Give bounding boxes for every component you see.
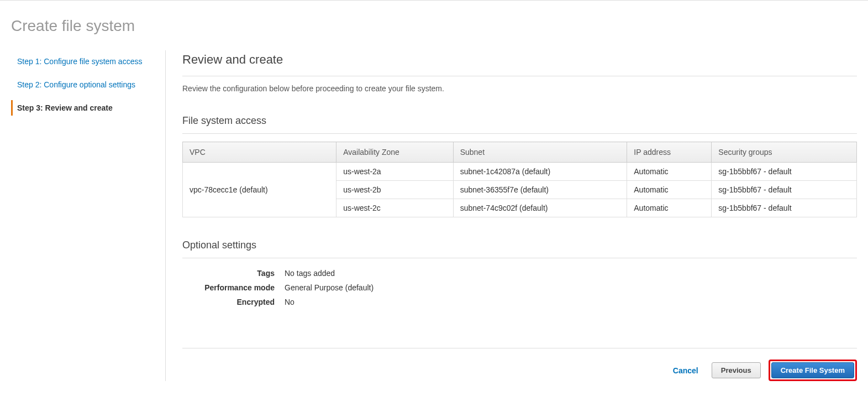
cancel-button[interactable]: Cancel	[667, 363, 704, 378]
performance-label: Performance mode	[182, 283, 285, 292]
cell-sg: sg-1b5bbf67 - default	[712, 163, 857, 181]
col-subnet: Subnet	[453, 142, 627, 163]
cell-subnet: subnet-36355f7e (default)	[453, 181, 627, 199]
col-vpc: VPC	[183, 142, 336, 163]
fs-access-table: VPC Availability Zone Subnet IP address …	[182, 142, 857, 217]
cell-subnet: subnet-1c42087a (default)	[453, 163, 627, 181]
cell-ip: Automatic	[627, 163, 712, 181]
cell-sg: sg-1b5bbf67 - default	[712, 199, 857, 217]
tags-label: Tags	[182, 269, 285, 278]
create-button-highlight: Create File System	[769, 360, 857, 381]
encrypted-value: No	[285, 298, 294, 306]
fs-access-title: File system access	[182, 115, 857, 127]
review-heading: Review and create	[182, 53, 857, 67]
performance-value: General Purpose (default)	[285, 283, 373, 292]
divider	[182, 76, 857, 76]
table-header-row: VPC Availability Zone Subnet IP address …	[183, 142, 857, 163]
cell-ip: Automatic	[627, 181, 712, 199]
cell-ip: Automatic	[627, 199, 712, 217]
step-2-link[interactable]: Step 2: Configure optional settings	[11, 77, 157, 92]
create-file-system-button[interactable]: Create File System	[771, 362, 854, 378]
kv-performance: Performance mode General Purpose (defaul…	[182, 280, 857, 295]
col-ip: IP address	[627, 142, 712, 163]
cell-vpc: vpc-78cecc1e (default)	[183, 163, 336, 217]
cell-subnet: subnet-74c9c02f (default)	[453, 199, 627, 217]
tags-value: No tags added	[285, 269, 335, 278]
wizard-steps-sidebar: Step 1: Configure file system access Ste…	[11, 50, 166, 381]
col-az: Availability Zone	[336, 142, 453, 163]
divider	[182, 133, 857, 134]
optional-settings-title: Optional settings	[182, 239, 857, 251]
divider	[182, 258, 857, 258]
step-1-link[interactable]: Step 1: Configure file system access	[11, 54, 157, 69]
encrypted-label: Encrypted	[182, 298, 285, 306]
table-row: vpc-78cecc1e (default) us-west-2a subnet…	[183, 163, 857, 181]
cell-az: us-west-2a	[336, 163, 453, 181]
cell-sg: sg-1b5bbf67 - default	[712, 181, 857, 199]
review-description: Review the configuration below before pr…	[182, 84, 857, 93]
previous-button[interactable]: Previous	[712, 362, 761, 378]
cell-az: us-west-2b	[336, 181, 453, 199]
col-sg: Security groups	[712, 142, 857, 163]
main-content: Review and create Review the configurati…	[166, 50, 857, 381]
kv-encrypted: Encrypted No	[182, 295, 857, 309]
cell-az: us-west-2c	[336, 199, 453, 217]
wizard-footer: Cancel Previous Create File System	[182, 348, 857, 381]
kv-tags: Tags No tags added	[182, 266, 857, 280]
step-3-link[interactable]: Step 3: Review and create	[11, 100, 157, 116]
page-title: Create file system	[11, 17, 857, 35]
